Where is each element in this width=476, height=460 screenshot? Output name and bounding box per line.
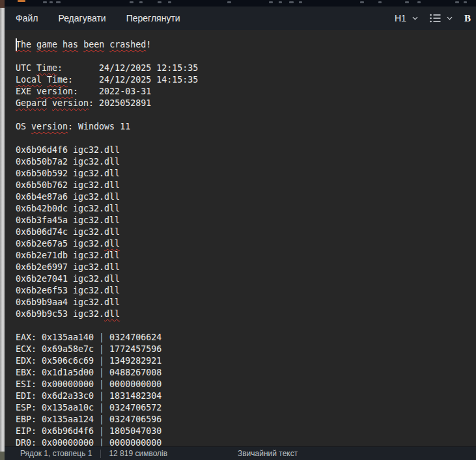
editor-line: UTC Time: 24/12/2025 12:15:35 bbox=[16, 62, 476, 74]
editor-line: EXE version: 2022-03-31 bbox=[16, 86, 476, 98]
editor-line: 0x6b9b9c53 igc32.dll bbox=[16, 308, 476, 320]
editor-line: DR0: 0x00000000 | 0000000000 bbox=[16, 437, 476, 446]
editor-line: OS version: Windows 11 bbox=[16, 121, 476, 133]
background-window-corner bbox=[0, 452, 5, 460]
format-toolbar: H1 bbox=[393, 7, 472, 30]
editor-line: 0x6b2e71db igc32.dll bbox=[16, 250, 476, 262]
heading-style-dropdown[interactable]: H1 bbox=[393, 10, 419, 26]
editor-line: 0x6b2e6f53 igc32.dll bbox=[16, 285, 476, 297]
heading-style-label: H1 bbox=[395, 13, 406, 23]
cutoff-text-artifact bbox=[289, 1, 294, 3]
menu-edit[interactable]: Редагувати bbox=[58, 9, 105, 27]
editor-line bbox=[16, 320, 476, 332]
list-style-dropdown[interactable] bbox=[428, 11, 454, 25]
cutoff-text-artifact bbox=[130, 1, 133, 3]
editor-line: EIP: 0x6b96d4f6 | 1805047030 bbox=[16, 426, 476, 437]
editor-line bbox=[16, 133, 476, 144]
editor-line: 0x6b42b0dc igc32.dll bbox=[16, 203, 476, 215]
status-bar: Рядок 1, стовпець 1 12 819 символів Звич… bbox=[5, 446, 476, 460]
cutoff-text-artifact bbox=[269, 1, 273, 3]
editor-line: ESI: 0x00000000 | 0000000000 bbox=[16, 379, 476, 390]
chevron-down-icon bbox=[447, 16, 453, 20]
editor-line bbox=[16, 109, 476, 121]
cutoff-text-artifact bbox=[360, 1, 364, 3]
cutoff-text-artifact bbox=[168, 1, 171, 3]
editor-line: 0x6b2e7041 igc32.dll bbox=[16, 273, 476, 285]
editor-line: EBP: 0x135aa124 | 0324706596 bbox=[16, 414, 476, 426]
editor-line: Local Time: 24/12/2025 14:15:35 bbox=[16, 74, 476, 86]
editor-line: 0x6b06d74c igc32.dll bbox=[16, 226, 476, 238]
menu-bar: Файл Редагувати Переглянути H1 bbox=[5, 7, 476, 30]
doc-type: Звичайний текст bbox=[238, 447, 298, 460]
editor-line: EBX: 0x1d1a5d00 | 0488267008 bbox=[16, 367, 476, 379]
cutoff-text-artifact bbox=[43, 1, 47, 3]
cutoff-text-artifact bbox=[417, 1, 421, 3]
cutoff-text-artifact bbox=[378, 1, 382, 3]
editor-line: 0x6b50b7a2 igc32.dll bbox=[16, 156, 476, 168]
cutoff-text-artifact bbox=[405, 1, 409, 3]
notepad-window: Файл Редагувати Переглянути H1 bbox=[5, 7, 476, 460]
background-window-strip bbox=[0, 0, 476, 7]
editor-line: The game has been crashed! bbox=[16, 39, 476, 51]
text-caret bbox=[16, 38, 17, 51]
screen: Файл Редагувати Переглянути H1 bbox=[0, 0, 476, 460]
editor-line: 0x6b9b9aa4 igc32.dll bbox=[16, 297, 476, 308]
cutoff-text-artifact bbox=[139, 1, 143, 3]
cutoff-text-artifact bbox=[158, 1, 161, 3]
text-editor[interactable]: The game has been crashed! UTC Time: 24/… bbox=[5, 30, 476, 446]
editor-line bbox=[16, 51, 476, 62]
editor-line: Gepard version: 2025052891 bbox=[16, 98, 476, 109]
chevron-down-icon bbox=[412, 16, 418, 20]
editor-line: EAX: 0x135aa140 | 0324706624 bbox=[16, 332, 476, 344]
editor-line: 0x6b50b592 igc32.dll bbox=[16, 168, 476, 180]
editor-line: 0x6b3fa45a igc32.dll bbox=[16, 215, 476, 226]
cutoff-text-artifact bbox=[299, 1, 302, 3]
cursor-position: Рядок 1, стовпець 1 bbox=[20, 449, 92, 458]
status-divider bbox=[100, 450, 101, 458]
editor-line: ESP: 0x135aa10c | 0324706572 bbox=[16, 402, 476, 414]
cutoff-text-artifact bbox=[279, 1, 282, 3]
background-window-corner bbox=[0, 0, 5, 8]
editor-line: EDI: 0x6d2a33c0 | 1831482304 bbox=[16, 390, 476, 402]
editor-line: 0x6b96d4f6 igc32.dll bbox=[16, 144, 476, 156]
menu-view[interactable]: Переглянути bbox=[126, 9, 180, 27]
document-text: The game has been crashed! UTC Time: 24/… bbox=[16, 39, 476, 446]
cutoff-text-artifact bbox=[227, 1, 231, 3]
char-count: 12 819 символів bbox=[109, 449, 167, 458]
cutoff-text-artifact bbox=[49, 1, 53, 3]
cutoff-text-artifact bbox=[464, 1, 467, 3]
editor-line: 0x6b4e87a6 igc32.dll bbox=[16, 191, 476, 203]
editor-line: ECX: 0x69a58e7c | 1772457596 bbox=[16, 344, 476, 355]
bulleted-list-icon bbox=[430, 14, 441, 23]
menu-file[interactable]: Файл bbox=[16, 9, 38, 27]
cutoff-text-artifact bbox=[455, 1, 459, 3]
bold-button[interactable]: B bbox=[463, 10, 472, 27]
editor-line: 0x6b2e6997 igc32.dll bbox=[16, 262, 476, 273]
editor-line: EDX: 0x506c6c69 | 1349282921 bbox=[16, 355, 476, 367]
editor-line: 0x6b2e67a5 igc32.dll bbox=[16, 238, 476, 250]
cutoff-text-artifact bbox=[56, 1, 61, 3]
editor-line: 0x6b50b762 igc32.dll bbox=[16, 180, 476, 191]
background-window-edge bbox=[0, 0, 5, 460]
strip-orange-accent bbox=[18, 0, 25, 2]
